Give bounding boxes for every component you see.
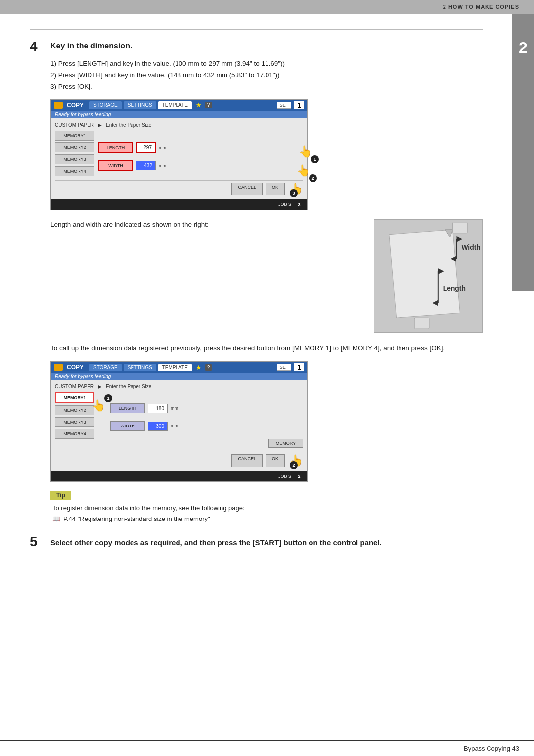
ui1-status-bar: Ready for bypass feeding xyxy=(51,111,307,118)
step4-title: Key in the dimension. xyxy=(50,40,132,52)
step4-instructions: 1) Press [LENGTH] and key in the value. … xyxy=(50,58,483,93)
hand-cursor-mem: 👆 xyxy=(92,399,105,412)
ui2-mem3-btn[interactable]: MEMORY3 xyxy=(55,417,94,427)
step-badge-mem1: 1 xyxy=(104,394,112,402)
ui2-copy-icon-bg xyxy=(54,364,63,371)
ui1-job-status: JOB S xyxy=(278,202,291,207)
ui1-tab-settings[interactable]: SETTINGS xyxy=(124,101,156,109)
ui1-subheader-left: CUSTOM PAPER xyxy=(55,122,94,128)
step-badge-ok2: 2 xyxy=(290,461,298,469)
ui-screenshot-1: COPY STORAGE SETTINGS TEMPLATE ★ ? SET 1… xyxy=(50,99,308,210)
recall-text: To call up the dimension data registered… xyxy=(50,343,483,354)
step-badge-2: 2 xyxy=(309,174,317,182)
ui1-help-btn[interactable]: ? xyxy=(205,102,213,108)
top-divider xyxy=(30,29,483,30)
ui1-width-mm: mm xyxy=(159,163,166,168)
hand-cursor-2: 👆 xyxy=(297,164,310,177)
dimension-section: Length and width are indicated as shown … xyxy=(50,219,483,333)
ui2-memory-extra-btn[interactable]: MEMORY xyxy=(268,439,303,448)
footer-text: Bypass Copying 43 xyxy=(464,745,519,752)
tip-line2: P.44 "Registering non-standard size in t… xyxy=(63,514,210,524)
ui1-copy-label: COPY xyxy=(67,102,84,109)
ui2-set-number: 1 xyxy=(294,363,304,371)
ui2-job-status: JOB S xyxy=(278,474,291,479)
ui2-subheader-right: Enter the Paper Size xyxy=(106,384,151,389)
ui2-bottom-bar: JOB S 2 xyxy=(51,471,307,481)
ui1-length-label[interactable]: LENGTH xyxy=(98,142,133,153)
star-icon: ★ xyxy=(196,101,202,109)
dimension-diagram: Width Length xyxy=(374,219,483,333)
svg-rect-4 xyxy=(414,318,429,329)
step-badge-bottom: 3 xyxy=(294,200,303,209)
ui1-bottom-bar: JOB S 3 xyxy=(51,199,307,210)
ui2-width-row: WIDTH 300 mm xyxy=(110,421,303,431)
ui2-help-btn[interactable]: ? xyxy=(205,364,213,371)
ui1-tab-storage[interactable]: STORAGE xyxy=(89,101,122,109)
ui1-ok-btn[interactable]: OK xyxy=(266,183,285,195)
ui1-set-btn[interactable]: SET xyxy=(277,102,292,109)
tip-label: Tip xyxy=(50,491,71,500)
tip-content: To register dimension data into the memo… xyxy=(52,503,483,524)
ui1-length-value[interactable]: 297 xyxy=(136,142,156,153)
ui1-memory-col: MEMORY1 MEMORY2 MEMORY3 MEMORY4 xyxy=(55,131,94,176)
ui1-cancel-btn[interactable]: CANCEL xyxy=(231,183,263,195)
ui2-width-value[interactable]: 300 xyxy=(148,422,168,431)
ui1-body: CUSTOM PAPER ▶ Enter the Paper Size MEMO… xyxy=(51,118,307,199)
ui2-status-bar: Ready for bypass feeding xyxy=(51,373,307,380)
ui2-mem2-btn[interactable]: MEMORY2 xyxy=(55,405,94,415)
ui1-mem4-btn[interactable]: MEMORY4 xyxy=(55,166,94,176)
step5-heading: 5 Select other copy modes as required, a… xyxy=(30,535,483,549)
book-icon: 📖 xyxy=(52,514,60,524)
ui1-arrow: ▶ xyxy=(98,122,102,128)
ui1-subheader-right: Enter the Paper Size xyxy=(106,122,151,128)
svg-marker-1 xyxy=(389,230,460,318)
ui1-mem2-btn[interactable]: MEMORY2 xyxy=(55,142,94,152)
ui2-length-value[interactable]: 180 xyxy=(148,404,168,413)
ui1-width-label[interactable]: WIDTH xyxy=(98,160,133,171)
ui1-length-row: LENGTH 297 mm 👆 1 xyxy=(98,142,303,153)
ui1-length-mm: mm xyxy=(159,145,166,150)
hand-cursor-1: 👆 xyxy=(299,145,312,158)
ui2-length-mm: mm xyxy=(171,406,178,411)
copy-icon xyxy=(54,102,63,109)
header-title: 2 HOW TO MAKE COPIES xyxy=(443,4,519,10)
ui2-cancel-btn[interactable]: CANCEL xyxy=(231,454,263,467)
ui2-tab-storage[interactable]: STORAGE xyxy=(89,364,122,371)
instruction-3: 3) Press [OK]. xyxy=(50,81,483,93)
ui2-tab-settings[interactable]: SETTINGS xyxy=(124,364,156,371)
instruction-1: 1) Press [LENGTH] and key in the value. … xyxy=(50,58,483,70)
svg-text:Length: Length xyxy=(443,284,466,292)
ui1-mem1-btn[interactable]: MEMORY1 xyxy=(55,131,94,141)
ui2-copy-label: COPY xyxy=(67,364,84,371)
ui1-subheader: CUSTOM PAPER ▶ Enter the Paper Size xyxy=(55,122,303,128)
ui1-tab-template[interactable]: TEMPLATE xyxy=(158,101,192,109)
ui-screenshot-2: COPY STORAGE SETTINGS TEMPLATE ★ ? SET 1… xyxy=(50,361,308,482)
ui1-mem3-btn[interactable]: MEMORY3 xyxy=(55,154,94,164)
svg-text:Width: Width xyxy=(461,244,480,252)
ui1-width-row: WIDTH 432 mm 👆 2 xyxy=(98,160,303,171)
step-badge-bottom2: 2 xyxy=(294,472,303,480)
ui1-titlebar: COPY STORAGE SETTINGS TEMPLATE ★ ? SET 1 xyxy=(51,100,307,111)
ui2-main-area: MEMORY1 MEMORY2 MEMORY3 MEMORY4 👆 1 LENG… xyxy=(55,392,303,448)
step4-heading: 4 Key in the dimension. xyxy=(30,40,483,53)
step5-text: Select other copy modes as required, and… xyxy=(50,535,382,549)
ui1-footer-row: CANCEL OK 👆 3 xyxy=(55,180,303,195)
ui2-tab-template[interactable]: TEMPLATE xyxy=(158,364,192,371)
ui2-ok-btn[interactable]: OK xyxy=(266,454,285,467)
dimension-text: Length and width are indicated as shown … xyxy=(50,219,359,230)
ui1-width-value[interactable]: 432 xyxy=(136,161,156,170)
sidebar-number: 2 xyxy=(512,14,534,291)
ui2-mem4-btn[interactable]: MEMORY4 xyxy=(55,429,94,439)
ui2-inputs-col: LENGTH 180 mm WIDTH 300 mm MEMORY xyxy=(110,392,303,448)
ui2-mem1-btn[interactable]: MEMORY1 xyxy=(55,392,94,403)
ui2-length-label[interactable]: LENGTH xyxy=(110,403,145,413)
ui1-inputs-col: LENGTH 297 mm 👆 1 WIDTH 432 mm 👆 xyxy=(98,131,303,176)
ui2-titlebar: COPY STORAGE SETTINGS TEMPLATE ★ ? SET 1 xyxy=(51,362,307,373)
ui2-status-text: Ready for bypass feeding xyxy=(55,374,111,379)
ui1-main-area: MEMORY1 MEMORY2 MEMORY3 MEMORY4 LENGTH 2… xyxy=(55,131,303,176)
ui2-set-btn[interactable]: SET xyxy=(277,364,292,371)
ui2-width-label[interactable]: WIDTH xyxy=(110,421,145,431)
instruction-2: 2) Press [WIDTH] and key in the value. (… xyxy=(50,70,483,81)
ui2-body: CUSTOM PAPER ▶ Enter the Paper Size MEMO… xyxy=(51,380,307,471)
svg-rect-3 xyxy=(453,222,468,233)
